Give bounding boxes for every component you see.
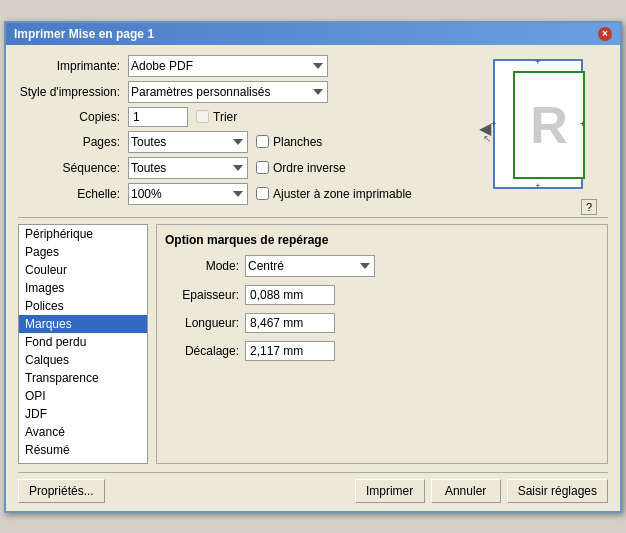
pages-select[interactable]: Toutes xyxy=(128,131,248,153)
sequence-select[interactable]: Toutes xyxy=(128,157,248,179)
echelle-select[interactable]: 100% xyxy=(128,183,248,205)
title-bar: Imprimer Mise en page 1 × xyxy=(6,23,620,45)
sidebar-item-polices[interactable]: Polices xyxy=(19,297,147,315)
planches-checkbox[interactable] xyxy=(256,135,269,148)
echelle-control: 100% Ajuster à zone imprimable xyxy=(128,183,458,205)
annuler-button[interactable]: Annuler xyxy=(431,479,501,503)
options-title: Option marques de repérage xyxy=(165,233,599,247)
epaisseur-label: Epaisseur: xyxy=(165,288,245,302)
cross-left: + xyxy=(491,119,496,129)
pages-label: Pages: xyxy=(18,135,128,149)
dialog-title: Imprimer Mise en page 1 xyxy=(14,27,154,41)
style-label: Style d'impression: xyxy=(18,85,128,99)
dialog: Imprimer Mise en page 1 × Imprimante: Ad… xyxy=(4,21,622,513)
trier-label: Trier xyxy=(213,110,237,124)
ordre-checkbox[interactable] xyxy=(256,161,269,174)
close-button[interactable]: × xyxy=(598,27,612,41)
echelle-label: Echelle: xyxy=(18,187,128,201)
copies-label: Copies: xyxy=(18,110,128,124)
decalage-label: Décalage: xyxy=(165,344,245,358)
sidebar-item-avance[interactable]: Avancé xyxy=(19,423,147,441)
cross-bottom: + xyxy=(535,181,540,191)
sidebar-item-calques[interactable]: Calques xyxy=(19,351,147,369)
trier-wrap: Trier xyxy=(196,110,237,124)
pages-control: Toutes Planches xyxy=(128,131,458,153)
sidebar-list[interactable]: Périphérique Pages Couleur Images Police… xyxy=(18,224,148,464)
ordre-label: Ordre inverse xyxy=(273,161,346,175)
sequence-row: Séquence: Toutes Ordre inverse xyxy=(18,157,458,179)
imprimante-select[interactable]: Adobe PDF xyxy=(128,55,328,77)
decalage-input[interactable] xyxy=(245,341,335,361)
help-button[interactable]: ? xyxy=(581,199,597,215)
saisir-reglages-button[interactable]: Saisir réglages xyxy=(507,479,608,503)
imprimante-row: Imprimante: Adobe PDF xyxy=(18,55,458,77)
sidebar-item-images[interactable]: Images xyxy=(19,279,147,297)
preview-area: ▲ ◀ ↖ R + + + + ? xyxy=(468,55,608,209)
proprietes-button[interactable]: Propriétés... xyxy=(18,479,105,503)
right-buttons: Imprimer Annuler Saisir réglages xyxy=(355,479,608,503)
mode-row: Mode: Centré xyxy=(165,255,599,277)
sidebar-item-peripherique[interactable]: Périphérique xyxy=(19,225,147,243)
planches-label: Planches xyxy=(273,135,322,149)
preview-letter: R xyxy=(530,99,568,151)
imprimante-label: Imprimante: xyxy=(18,59,128,73)
style-control: Paramètres personnalisés xyxy=(128,81,458,103)
epaisseur-input[interactable] xyxy=(245,285,335,305)
dialog-body: Imprimante: Adobe PDF Style d'impression… xyxy=(6,45,620,511)
sidebar-item-resume[interactable]: Résumé xyxy=(19,441,147,459)
sequence-label: Séquence: xyxy=(18,161,128,175)
main-content: Périphérique Pages Couleur Images Police… xyxy=(18,217,608,464)
sidebar-item-fond-perdu[interactable]: Fond perdu xyxy=(19,333,147,351)
ajuster-checkbox[interactable] xyxy=(256,187,269,200)
sidebar-item-marques[interactable]: Marques xyxy=(19,315,147,333)
sequence-control: Toutes Ordre inverse xyxy=(128,157,458,179)
pages-row: Pages: Toutes Planches xyxy=(18,131,458,153)
copies-row: Copies: Trier xyxy=(18,107,458,127)
cursor-icon: ↖ xyxy=(483,133,491,144)
sidebar-item-couleur[interactable]: Couleur xyxy=(19,261,147,279)
cross-top: + xyxy=(535,57,540,67)
longueur-input[interactable] xyxy=(245,313,335,333)
options-panel: Option marques de repérage Mode: Centré … xyxy=(156,224,608,464)
bottom-bar: Propriétés... Imprimer Annuler Saisir ré… xyxy=(18,472,608,503)
preview-inner-border: R xyxy=(513,71,585,179)
epaisseur-row: Epaisseur: xyxy=(165,285,599,305)
longueur-label: Longueur: xyxy=(165,316,245,330)
echelle-row: Echelle: 100% Ajuster à zone imprimable xyxy=(18,183,458,205)
preview-outer-border: R + + + + xyxy=(493,59,583,189)
ordre-wrap: Ordre inverse xyxy=(256,161,346,175)
ajuster-label: Ajuster à zone imprimable xyxy=(273,187,412,201)
copies-control: Trier xyxy=(128,107,458,127)
form-area: Imprimante: Adobe PDF Style d'impression… xyxy=(18,55,608,209)
imprimante-control: Adobe PDF xyxy=(128,55,458,77)
sidebar-item-jdf[interactable]: JDF xyxy=(19,405,147,423)
mode-select[interactable]: Centré xyxy=(245,255,375,277)
mode-label: Mode: xyxy=(165,259,245,273)
trier-checkbox xyxy=(196,110,209,123)
ajuster-wrap: Ajuster à zone imprimable xyxy=(256,187,412,201)
form-fields: Imprimante: Adobe PDF Style d'impression… xyxy=(18,55,458,209)
planches-wrap: Planches xyxy=(256,135,322,149)
sidebar-item-transparence[interactable]: Transparence xyxy=(19,369,147,387)
style-row: Style d'impression: Paramètres personnal… xyxy=(18,81,458,103)
decalage-row: Décalage: xyxy=(165,341,599,361)
sidebar-item-pages[interactable]: Pages xyxy=(19,243,147,261)
sidebar-item-opi[interactable]: OPI xyxy=(19,387,147,405)
longueur-row: Longueur: xyxy=(165,313,599,333)
imprimer-button[interactable]: Imprimer xyxy=(355,479,425,503)
preview-box: ▲ ◀ ↖ R + + + + ? xyxy=(483,59,593,199)
style-select[interactable]: Paramètres personnalisés xyxy=(128,81,328,103)
copies-input[interactable] xyxy=(128,107,188,127)
cross-right: + xyxy=(580,119,585,129)
